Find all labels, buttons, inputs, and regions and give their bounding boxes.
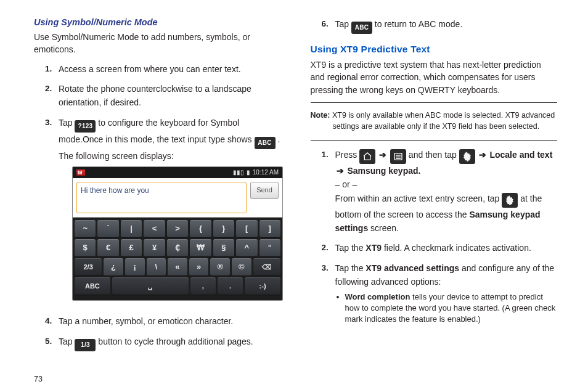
gear-icon: [459, 149, 475, 164]
key[interactable]: <: [144, 220, 165, 237]
mail-icon: [76, 169, 85, 176]
status-time: 10:12 AM: [253, 168, 279, 178]
step-6a: Tap: [335, 19, 351, 29]
r1c: From within an active text entry screen,…: [335, 194, 502, 203]
note-rule-bottom: [311, 140, 558, 141]
key[interactable]: §: [213, 239, 234, 256]
kbd-row-4: ABC ␣ , . :-): [75, 277, 280, 295]
xt9-adv-label: XT9 advanced settings: [365, 263, 459, 273]
send-button[interactable]: Send: [250, 182, 279, 199]
key-abc-icon: ABC: [351, 22, 372, 34]
step-5b: button to cycle through additional pages…: [98, 337, 253, 346]
steps-left-cont: Tap ABC to return to ABC mode.: [322, 17, 558, 40]
key[interactable]: ®: [210, 258, 230, 276]
r2a: Tap the: [335, 243, 366, 253]
r1-tap: and then tap: [409, 150, 459, 160]
key[interactable]: |: [121, 220, 142, 237]
message-field[interactable]: Hi there how are you: [76, 182, 247, 213]
intro-symbol: Use Symbol/Numeric Mode to add numbers, …: [34, 31, 281, 56]
or-text: – or –: [335, 179, 357, 189]
key[interactable]: ]: [259, 220, 280, 237]
key[interactable]: ₩: [190, 239, 211, 256]
phone-compose: Hi there how are you Send: [73, 178, 282, 218]
phone-keyboard: ~ ` | < > { } [ ] $: [73, 218, 282, 300]
kbd-row-1: ~ ` | < > { } [ ]: [75, 220, 280, 237]
key[interactable]: ¿: [104, 258, 123, 276]
rstep-2: Tap the XT9 field. A checkmark indicates…: [322, 241, 558, 261]
comma-key[interactable]: ,: [190, 277, 216, 295]
key[interactable]: «: [168, 258, 187, 276]
emoji-key[interactable]: :-): [245, 277, 280, 295]
home-icon: [359, 149, 375, 164]
key[interactable]: ¡: [125, 258, 145, 276]
steps-left: Access a screen from where you can enter…: [45, 62, 281, 357]
key-abc-icon: ABC: [255, 137, 276, 149]
phone-screenshot: ▮▮▯ ▮ 10:12 AM Hi there how are you Send…: [72, 166, 283, 301]
key[interactable]: ©: [232, 258, 251, 276]
rstep-3: Tap the XT9 advanced settings and config…: [322, 261, 558, 331]
menu-icon: [390, 149, 406, 164]
note-label: Note:: [311, 111, 330, 120]
kbd-row-3: 2/3 ¿ ¡ \ « » ® © ⌫: [75, 258, 280, 276]
step-5: Tap 1/3 button to cycle through addition…: [45, 335, 281, 357]
page-key[interactable]: 2/3: [75, 258, 102, 276]
period-key[interactable]: .: [218, 277, 243, 295]
key-page-icon: 1/3: [75, 339, 96, 351]
r2b: field. A checkmark indicates activation.: [384, 243, 531, 253]
phone-statusbar: ▮▮▯ ▮ 10:12 AM: [73, 167, 282, 178]
key[interactable]: >: [167, 220, 188, 237]
arrow-icon: ➔: [378, 150, 388, 160]
page-number: 73: [34, 375, 43, 383]
adv-options: Word completion tells your device to att…: [335, 292, 558, 325]
key[interactable]: £: [121, 239, 142, 256]
step-3a: Tap: [59, 118, 75, 128]
step-6: Tap ABC to return to ABC mode.: [322, 17, 558, 40]
space-key[interactable]: ␣: [112, 277, 189, 295]
arrow-icon: ➔: [335, 166, 345, 176]
rstep-1: Press ➔ and then tap ➔ Locale and text: [322, 148, 558, 242]
key-123-icon: ?123: [75, 120, 96, 133]
step-3: Tap ?123 to configure the keyboard for S…: [45, 116, 281, 315]
step-2: Rotate the phone counterclockwise to a l…: [45, 82, 281, 116]
key[interactable]: ~: [75, 220, 96, 237]
key[interactable]: °: [259, 239, 280, 256]
steps-right: Press ➔ and then tap ➔ Locale and text: [322, 148, 558, 331]
intro-xt9: XT9 is a predictive text system that has…: [311, 59, 558, 96]
step-1: Access a screen from where you can enter…: [45, 62, 281, 82]
locale-text: Locale and text: [489, 150, 552, 160]
signal-icon: ▮▮▯: [233, 168, 244, 178]
heading-xt9: Using XT9 Predictive Text: [311, 44, 558, 55]
note-block: Note: XT9 is only available when ABC mod…: [311, 102, 558, 141]
samsung-keypad: Samsung keypad.: [347, 166, 420, 176]
bullet-lead: Word completion: [345, 292, 410, 301]
key[interactable]: `: [97, 220, 118, 237]
screen-word: screen.: [370, 223, 399, 233]
arrow-icon: ➔: [478, 150, 488, 160]
key[interactable]: »: [189, 258, 209, 276]
r3a: Tap the: [335, 263, 366, 273]
key[interactable]: ₵: [167, 239, 188, 256]
gear-icon: [502, 193, 518, 208]
key[interactable]: [: [236, 220, 257, 237]
key[interactable]: ^: [236, 239, 257, 256]
heading-symbol-mode: Using Symbol/Numeric Mode: [34, 17, 281, 27]
step-5a: Tap: [59, 337, 75, 346]
kbd-row-2: $ € £ ¥ ₵ ₩ § ^ °: [75, 239, 280, 256]
key[interactable]: $: [75, 239, 96, 256]
key[interactable]: €: [97, 239, 118, 256]
backspace-key[interactable]: ⌫: [253, 258, 280, 276]
abc-key[interactable]: ABC: [75, 277, 110, 295]
xt9-label: XT9: [365, 243, 382, 253]
note-rule-top: [311, 102, 558, 103]
key[interactable]: ¥: [144, 239, 165, 256]
bullet-word-completion: Word completion tells your device to att…: [345, 292, 558, 325]
step-6b: to return to ABC mode.: [375, 19, 462, 29]
note-text: XT9 is only available when ABC mode is s…: [330, 111, 555, 131]
key[interactable]: }: [213, 220, 234, 237]
step-4: Tap a number, symbol, or emoticon charac…: [45, 314, 281, 334]
key[interactable]: \: [147, 258, 166, 276]
battery-icon: ▮: [247, 168, 250, 178]
r1-press: Press: [335, 150, 360, 160]
key[interactable]: {: [190, 220, 211, 237]
